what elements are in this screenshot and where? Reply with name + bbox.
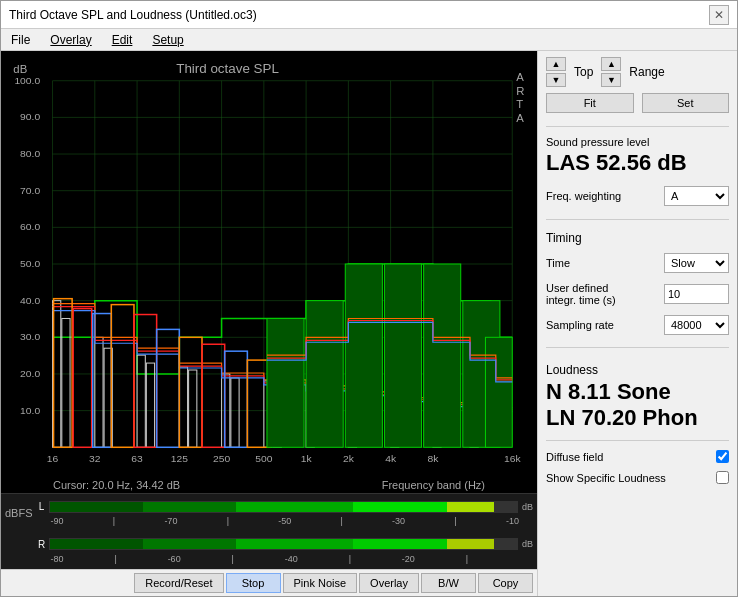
svg-text:90.0: 90.0 xyxy=(20,112,40,123)
freq-weighting-select[interactable]: A B C Z xyxy=(664,186,729,206)
tick-l-6: | xyxy=(341,516,343,526)
show-specific-checkbox[interactable] xyxy=(716,471,729,484)
tick-r-8: | xyxy=(466,554,468,564)
dbfs-bar: dBFS L dB xyxy=(1,493,537,531)
tick-r-5: -40 xyxy=(285,554,298,564)
top-label: Top xyxy=(574,65,593,79)
svg-text:30.0: 30.0 xyxy=(20,331,40,342)
divider-4 xyxy=(546,440,729,441)
range-down-button[interactable]: ▼ xyxy=(601,73,621,87)
ln-value: LN 70.20 Phon xyxy=(546,405,729,431)
svg-text:100.0: 100.0 xyxy=(14,75,40,86)
svg-rect-63 xyxy=(384,264,421,447)
loudness-section: Loudness N 8.11 Sone LN 70.20 Phon xyxy=(546,361,729,431)
pink-noise-button[interactable]: Pink Noise xyxy=(283,573,358,593)
tick-r-3: -60 xyxy=(168,554,181,564)
meter-bar-l xyxy=(49,501,518,513)
tick-r-1: -80 xyxy=(51,554,64,564)
close-button[interactable]: ✕ xyxy=(709,5,729,25)
chart-title: Third octave SPL xyxy=(176,61,279,76)
sampling-rate-select[interactable]: 44100 48000 96000 xyxy=(664,315,729,335)
top-up-button[interactable]: ▲ xyxy=(546,57,566,71)
tick-l-7: -30 xyxy=(392,516,405,526)
svg-text:16k: 16k xyxy=(504,453,522,464)
svg-text:63: 63 xyxy=(131,453,143,464)
svg-text:80.0: 80.0 xyxy=(20,148,40,159)
user-defined-label: User definedintegr. time (s) xyxy=(546,282,616,306)
arta-label2: R xyxy=(516,85,524,97)
svg-text:250: 250 xyxy=(213,453,231,464)
spl-section: Sound pressure level LAS 52.56 dB xyxy=(546,136,729,176)
dbfs-bar-r: dBFS R dB xyxy=(1,531,537,569)
overlay-button[interactable]: Overlay xyxy=(359,573,419,593)
n-value: N 8.11 Sone xyxy=(546,379,729,405)
meter-ticks-r: -80 | -60 | -40 | -20 | xyxy=(37,554,533,564)
cursor-bar: Cursor: 20.0 Hz, 34.42 dB Frequency band… xyxy=(1,477,537,493)
svg-text:60.0: 60.0 xyxy=(20,221,40,232)
svg-text:40.0: 40.0 xyxy=(20,295,40,306)
y-axis-label: dB xyxy=(13,63,27,75)
window-title: Third Octave SPL and Loudness (Untitled.… xyxy=(9,8,257,22)
arta-label3: T xyxy=(516,99,523,111)
right-panel: ▲ ▼ Top ▲ ▼ Range Fit Set Sound pressure… xyxy=(537,51,737,596)
tick-r-4: | xyxy=(232,554,234,564)
meter-row-l: L dB xyxy=(37,499,533,514)
diffuse-field-row: Diffuse field xyxy=(546,450,729,463)
svg-text:1k: 1k xyxy=(301,453,313,464)
menu-setup[interactable]: Setup xyxy=(148,32,187,48)
dbfs-l-unit: dB xyxy=(522,502,533,512)
arta-label4: A xyxy=(516,113,524,125)
menu-edit[interactable]: Edit xyxy=(108,32,137,48)
range-label: Range xyxy=(629,65,664,79)
record-reset-button[interactable]: Record/Reset xyxy=(134,573,223,593)
loudness-header: Loudness xyxy=(546,363,729,377)
user-defined-row: User definedintegr. time (s) xyxy=(546,282,729,306)
dbfs-r-unit: dB xyxy=(522,539,533,549)
diffuse-field-checkbox[interactable] xyxy=(716,450,729,463)
time-row: Time Slow Fast Impulse xyxy=(546,253,729,273)
tick-r-7: -20 xyxy=(402,554,415,564)
spl-value: LAS 52.56 dB xyxy=(546,150,729,176)
main-window: Third Octave SPL and Loudness (Untitled.… xyxy=(0,0,738,597)
set-button[interactable]: Set xyxy=(642,93,730,113)
tick-l-4: | xyxy=(227,516,229,526)
diffuse-field-label: Diffuse field xyxy=(546,451,603,463)
svg-text:500: 500 xyxy=(255,453,273,464)
bw-button[interactable]: B/W xyxy=(421,573,476,593)
right-ch-label: R xyxy=(37,539,47,550)
stop-button[interactable]: Stop xyxy=(226,573,281,593)
timing-header: Timing xyxy=(546,231,729,245)
menu-overlay[interactable]: Overlay xyxy=(46,32,95,48)
top-down-button[interactable]: ▼ xyxy=(546,73,566,87)
range-up-button[interactable]: ▲ xyxy=(601,57,621,71)
svg-text:8k: 8k xyxy=(427,453,439,464)
divider-1 xyxy=(546,126,729,127)
svg-rect-64 xyxy=(424,264,461,447)
menu-bar: File Overlay Edit Setup xyxy=(1,29,737,51)
tick-l-1: -90 xyxy=(51,516,64,526)
dbfs-label: dBFS xyxy=(5,507,33,519)
user-defined-input[interactable] xyxy=(664,284,729,304)
tick-r-2: | xyxy=(114,554,116,564)
svg-text:10.0: 10.0 xyxy=(20,405,40,416)
svg-rect-60 xyxy=(267,318,304,447)
svg-rect-66 xyxy=(485,337,512,447)
freq-band-label: Frequency band (Hz) xyxy=(382,479,485,491)
time-select[interactable]: Slow Fast Impulse xyxy=(664,253,729,273)
tick-r-6: | xyxy=(349,554,351,564)
svg-text:32: 32 xyxy=(89,453,101,464)
nav-buttons: ▲ ▼ Top ▲ ▼ Range xyxy=(546,57,729,87)
tick-l-2: | xyxy=(113,516,115,526)
tick-l-5: -50 xyxy=(278,516,291,526)
svg-text:70.0: 70.0 xyxy=(20,185,40,196)
arta-label: A xyxy=(516,71,524,83)
copy-button[interactable]: Copy xyxy=(478,573,533,593)
fit-button[interactable]: Fit xyxy=(546,93,634,113)
show-specific-label: Show Specific Loudness xyxy=(546,472,666,484)
time-label: Time xyxy=(546,257,570,269)
freq-weighting-label: Freq. weighting xyxy=(546,190,621,202)
tick-l-9: -10 xyxy=(506,516,519,526)
menu-file[interactable]: File xyxy=(7,32,34,48)
svg-rect-62 xyxy=(345,264,382,447)
tick-l-8: | xyxy=(454,516,456,526)
